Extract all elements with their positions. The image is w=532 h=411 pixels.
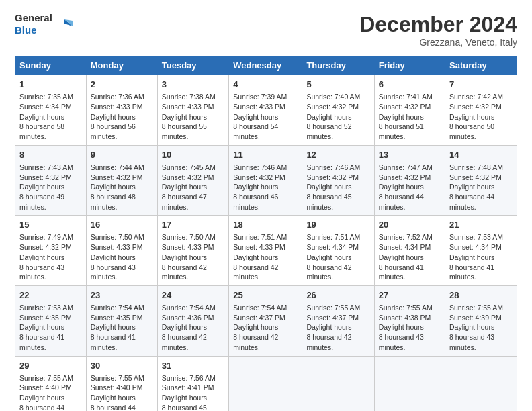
day-number: 9: [91, 149, 153, 161]
sunset-label: Sunset: 4:33 PM: [91, 243, 143, 251]
sunset-label: Sunset: 4:35 PM: [91, 314, 143, 322]
calendar-cell: 3Sunrise: 7:38 AMSunset: 4:33 PMDaylight…: [157, 75, 228, 146]
sunrise-label: Sunrise: 7:40 AM: [306, 93, 360, 101]
sunrise-label: Sunrise: 7:55 AM: [379, 304, 433, 312]
sunrise-label: Sunrise: 7:44 AM: [91, 163, 144, 171]
daylight-duration: 8 hoursand 49 minutes.: [19, 193, 64, 211]
sunrise-label: Sunrise: 7:53 AM: [19, 304, 73, 312]
day-number: 30: [91, 360, 153, 372]
sunset-label: Sunset: 4:33 PM: [233, 243, 285, 251]
sunset-label: Sunset: 4:32 PM: [91, 173, 143, 181]
day-of-week-header: Friday: [374, 56, 445, 75]
sunset-label: Sunset: 4:32 PM: [449, 173, 502, 181]
month-title: December 2024: [359, 12, 517, 37]
daylight-label: Daylight hours: [162, 113, 207, 121]
daylight-label: Daylight hours: [306, 323, 351, 331]
calendar-week-row: 29Sunrise: 7:55 AMSunset: 4:40 PMDayligh…: [15, 356, 517, 411]
calendar-cell: 29Sunrise: 7:55 AMSunset: 4:40 PMDayligh…: [15, 356, 87, 411]
daylight-label: Daylight hours: [19, 323, 64, 331]
calendar-cell: 27Sunrise: 7:55 AMSunset: 4:38 PMDayligh…: [374, 285, 445, 356]
daylight-duration: 8 hoursand 44 minutes.: [449, 193, 494, 211]
calendar-cell: 26Sunrise: 7:55 AMSunset: 4:37 PMDayligh…: [302, 285, 374, 356]
calendar-cell: 24Sunrise: 7:54 AMSunset: 4:36 PMDayligh…: [157, 285, 228, 356]
daylight-duration: 8 hoursand 55 minutes.: [162, 122, 207, 140]
daylight-duration: 8 hoursand 42 minutes.: [306, 333, 351, 351]
day-number: 19: [306, 219, 369, 231]
calendar-cell: [374, 356, 445, 411]
sunrise-label: Sunrise: 7:56 AM: [162, 374, 216, 382]
calendar-cell: 2Sunrise: 7:36 AMSunset: 4:33 PMDaylight…: [86, 75, 157, 146]
logo-bird-icon: [55, 17, 74, 32]
daylight-duration: 8 hoursand 43 minutes.: [379, 333, 424, 351]
day-number: 20: [379, 219, 441, 231]
day-of-week-header: Wednesday: [229, 56, 302, 75]
header: GeneralBlue December 2024 Grezzana, Vene…: [15, 12, 517, 48]
daylight-label: Daylight hours: [91, 323, 136, 331]
day-number: 26: [306, 289, 369, 302]
sunrise-label: Sunrise: 7:35 AM: [19, 93, 73, 101]
sunrise-label: Sunrise: 7:42 AM: [449, 93, 503, 101]
sunrise-label: Sunrise: 7:50 AM: [162, 233, 216, 241]
sunset-label: Sunset: 4:34 PM: [306, 243, 359, 251]
sunset-label: Sunset: 4:33 PM: [91, 103, 143, 111]
calendar-cell: 21Sunrise: 7:53 AMSunset: 4:34 PMDayligh…: [445, 216, 517, 286]
daylight-label: Daylight hours: [91, 253, 136, 261]
daylight-label: Daylight hours: [233, 253, 278, 261]
logo-text: GeneralBlue: [15, 12, 52, 36]
calendar-cell: 31Sunrise: 7:56 AMSunset: 4:41 PMDayligh…: [157, 356, 228, 411]
calendar-cell: 7Sunrise: 7:42 AMSunset: 4:32 PMDaylight…: [445, 75, 517, 146]
sunset-label: Sunset: 4:32 PM: [379, 103, 431, 111]
page-container: GeneralBlue December 2024 Grezzana, Vene…: [0, 0, 532, 411]
calendar-cell: 14Sunrise: 7:48 AMSunset: 4:32 PMDayligh…: [445, 145, 517, 216]
day-number: 12: [306, 149, 369, 161]
sunset-label: Sunset: 4:32 PM: [19, 243, 72, 251]
day-number: 28: [449, 289, 513, 302]
day-number: 17: [162, 219, 224, 231]
calendar-cell: [229, 356, 302, 411]
daylight-label: Daylight hours: [233, 323, 278, 331]
day-number: 1: [19, 79, 82, 91]
daylight-duration: 8 hoursand 42 minutes.: [233, 263, 278, 281]
daylight-duration: 8 hoursand 51 minutes.: [379, 122, 424, 140]
daylight-duration: 8 hoursand 43 minutes.: [19, 263, 64, 281]
day-number: 25: [233, 289, 298, 302]
calendar-cell: 1Sunrise: 7:35 AMSunset: 4:34 PMDaylight…: [15, 75, 87, 146]
day-number: 11: [233, 149, 298, 161]
sunset-label: Sunset: 4:32 PM: [306, 173, 359, 181]
sunrise-label: Sunrise: 7:46 AM: [306, 163, 360, 171]
calendar-cell: 10Sunrise: 7:45 AMSunset: 4:32 PMDayligh…: [157, 145, 228, 216]
calendar-cell: 16Sunrise: 7:50 AMSunset: 4:33 PMDayligh…: [86, 216, 157, 286]
calendar-week-row: 8Sunrise: 7:43 AMSunset: 4:32 PMDaylight…: [15, 145, 517, 216]
day-of-week-header: Sunday: [15, 56, 87, 75]
sunset-label: Sunset: 4:32 PM: [306, 103, 359, 111]
daylight-label: Daylight hours: [233, 113, 278, 121]
calendar-table: SundayMondayTuesdayWednesdayThursdayFrid…: [15, 56, 517, 411]
sunrise-label: Sunrise: 7:55 AM: [19, 374, 73, 382]
sunrise-label: Sunrise: 7:36 AM: [91, 93, 144, 101]
daylight-duration: 8 hoursand 46 minutes.: [233, 193, 278, 211]
daylight-label: Daylight hours: [162, 323, 207, 331]
daylight-label: Daylight hours: [19, 253, 64, 261]
sunset-label: Sunset: 4:33 PM: [162, 243, 214, 251]
daylight-duration: 8 hoursand 44 minutes.: [91, 404, 136, 411]
sunrise-label: Sunrise: 7:55 AM: [306, 304, 360, 312]
calendar-cell: 15Sunrise: 7:49 AMSunset: 4:32 PMDayligh…: [15, 216, 87, 286]
daylight-label: Daylight hours: [91, 394, 136, 402]
sunset-label: Sunset: 4:40 PM: [91, 383, 143, 392]
daylight-label: Daylight hours: [19, 113, 64, 121]
sunset-label: Sunset: 4:38 PM: [379, 314, 431, 322]
day-number: 21: [449, 219, 513, 231]
calendar-cell: [445, 356, 517, 411]
sunset-label: Sunset: 4:40 PM: [19, 383, 72, 392]
location: Grezzana, Veneto, Italy: [359, 37, 517, 48]
daylight-label: Daylight hours: [91, 183, 136, 191]
day-of-week-header: Saturday: [445, 56, 517, 75]
calendar-cell: [302, 356, 374, 411]
sunset-label: Sunset: 4:36 PM: [162, 314, 214, 322]
calendar-cell: 25Sunrise: 7:54 AMSunset: 4:37 PMDayligh…: [229, 285, 302, 356]
daylight-label: Daylight hours: [91, 113, 136, 121]
day-number: 5: [306, 79, 369, 91]
day-number: 14: [449, 149, 513, 161]
calendar-cell: 5Sunrise: 7:40 AMSunset: 4:32 PMDaylight…: [302, 75, 374, 146]
logo: GeneralBlue: [15, 12, 74, 36]
